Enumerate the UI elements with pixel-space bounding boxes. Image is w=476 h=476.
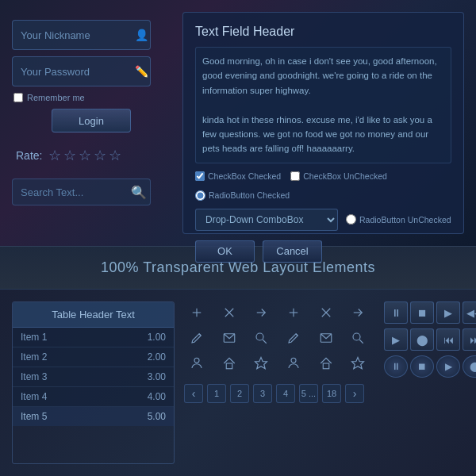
dialog-body: Good morning, oh in case i don't see you… [195,47,451,163]
search-icon[interactable] [248,327,274,349]
search-input[interactable] [12,178,151,205]
player-row-2: ▶ ⬤ ⏮ ⏭ ⏯ ⏭ [384,328,476,351]
page-prev[interactable]: ‹ [184,384,203,403]
round-play-button[interactable]: ▶ [436,355,460,378]
star-icon-2[interactable] [345,352,370,374]
password-input[interactable] [12,56,151,86]
arrow-right-icon[interactable] [248,301,274,324]
svg-rect-22 [323,363,329,369]
table-body: Item 1 1.00 Item 2 2.00 Item 3 3.00 Item… [13,328,174,426]
table-row: Item 3 3.00 [13,367,174,387]
checkbox-checked[interactable] [195,171,205,181]
player-panel: ⏸ ⏹ ▶ ◀◀ ▶▶ ⏮ ▶ ⬤ ⏮ ⏭ ⏯ ⏭ ⏸ ⏹ ▶ ⬤ ⏮ ⏭ [384,301,476,464]
svg-point-18 [194,358,199,363]
svg-rect-19 [226,363,232,369]
page-18[interactable]: 18 [322,384,341,403]
remember-label: Remember me [27,93,85,102]
star-2[interactable]: ☆ [63,147,76,164]
record-button[interactable]: ⬤ [410,328,434,351]
svg-line-14 [296,334,298,336]
search-button[interactable]: 🔍 [131,185,147,200]
round-pause-button[interactable]: ⏸ [384,355,408,378]
close-icon[interactable] [217,301,242,324]
star-icon[interactable] [248,352,274,374]
row4-value: 4.00 [148,391,166,402]
svg-line-13 [263,340,267,344]
person-icon[interactable] [184,352,209,374]
nickname-wrapper: 👤 [12,20,171,50]
svg-line-10 [199,334,201,336]
search-icon-2[interactable] [345,327,370,349]
home-icon-2[interactable] [313,352,339,374]
mail-icon-2[interactable] [313,327,339,349]
remember-row: Remember me [12,93,171,102]
login-button[interactable]: Login [52,109,131,132]
next-track-button[interactable]: ⏭ [463,328,476,351]
bottom-section: Table Header Text Item 1 1.00 Item 2 2.0… [0,290,476,476]
row5-label: Item 5 [21,411,47,422]
dialog-text-2: kinda hot in these rhinos. excuse me, i'… [202,115,432,154]
add-icon-2[interactable] [281,301,306,324]
checkbox-unchecked-label[interactable]: CheckBox UnChecked [290,171,387,181]
stop-button[interactable]: ⏹ [410,301,434,324]
table-row-last: Item 5 5.00 [13,407,174,426]
icons-grid-top [184,301,374,374]
row3-value: 3.00 [148,371,166,382]
star-5[interactable]: ☆ [109,147,121,164]
user-icon: 👤 [135,29,148,41]
checkbox-checked-label[interactable]: CheckBox Checked [195,171,281,181]
radio-unchecked[interactable] [346,214,356,225]
prev-track-button[interactable]: ⏮ [436,328,460,351]
add-icon[interactable] [184,301,209,324]
row2-value: 2.00 [148,351,166,363]
person-icon-2[interactable] [281,352,306,374]
play-button-2[interactable]: ▶ [384,328,408,351]
row1-value: 1.00 [148,332,166,343]
player-row-3: ⏸ ⏹ ▶ ⬤ ⏮ ⏭ [384,355,476,378]
page-3[interactable]: 3 [253,384,272,403]
dropdown-row: Drop-Down ComboBox RadioButton UnChecked [195,209,451,231]
svg-marker-23 [352,358,364,369]
page-5[interactable]: 5 ... [299,384,318,403]
round-stop-button[interactable]: ⏹ [410,355,434,378]
table-row: Item 1 1.00 [13,328,174,347]
ok-button[interactable]: OK [195,240,255,263]
password-wrapper: ✏️ [12,56,171,86]
home-icon[interactable] [217,352,242,374]
svg-point-12 [256,333,263,340]
combo-select[interactable]: Drop-Down ComboBox [195,209,338,231]
search-row: 🔍 [12,178,151,205]
row3-label: Item 3 [21,371,47,382]
page-1[interactable]: 1 [207,384,226,403]
stars-container: ☆ ☆ ☆ ☆ ☆ [48,147,121,164]
edit-icon-2[interactable] [281,327,306,349]
player-row-1: ⏸ ⏹ ▶ ◀◀ ▶▶ ⏮ [384,301,476,324]
radio-unchecked-label[interactable]: RadioButton UnChecked [346,214,451,225]
page-4[interactable]: 4 [276,384,295,403]
round-record-button[interactable]: ⬤ [463,355,476,378]
star-4[interactable]: ☆ [94,147,106,164]
star-3[interactable]: ☆ [79,147,91,164]
remember-checkbox[interactable] [13,93,23,102]
mail-icon[interactable] [217,327,242,349]
page-next[interactable]: › [345,384,364,403]
lock-icon: ✏️ [135,65,148,78]
dialog-title: Text Field Header [195,25,451,39]
icons-panel: ‹ 1 2 3 4 5 ... 18 › [184,301,374,464]
arrow-right-icon-2[interactable] [345,301,370,324]
nickname-input[interactable] [12,20,151,50]
pause-button[interactable]: ⏸ [384,301,408,324]
table-header: Table Header Text [13,302,174,328]
star-1[interactable]: ☆ [48,147,61,164]
radio-checked[interactable] [195,190,205,201]
row2-label: Item 2 [21,351,47,363]
cancel-button[interactable]: Cancel [263,240,322,263]
close-icon-2[interactable] [313,301,339,324]
checkbox-unchecked[interactable] [290,171,300,181]
page-2[interactable]: 2 [230,384,249,403]
edit-icon[interactable] [184,327,209,349]
play-button[interactable]: ▶ [436,301,460,324]
dialog-buttons: OK Cancel [195,240,451,263]
radio-checked-label[interactable]: RadioButton Checked [195,190,290,201]
rewind-button[interactable]: ◀◀ [463,301,476,324]
